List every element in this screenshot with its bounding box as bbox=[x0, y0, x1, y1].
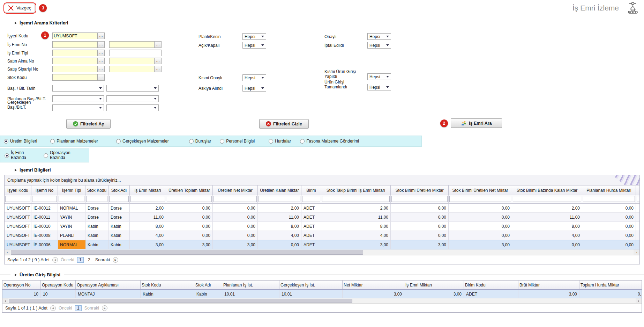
column-filter-input[interactable] bbox=[59, 196, 84, 202]
column-header[interactable]: Birim bbox=[301, 186, 321, 195]
orders-hscrollbar[interactable]: ‹ › bbox=[5, 249, 639, 255]
prev-page-icon[interactable]: ◄ bbox=[50, 305, 56, 311]
tab-gerceklesen-malzemeler[interactable]: Gerçekleşen Malzemeler bbox=[116, 139, 169, 144]
production-hscrollbar[interactable]: ‹ › bbox=[2, 298, 642, 304]
tab-planlanan-malzemeler[interactable]: Planlanan Malzemeler bbox=[50, 139, 98, 144]
scrollbar-thumb[interactable] bbox=[11, 250, 363, 255]
stok-kodu-lookup-button[interactable]: … bbox=[98, 74, 105, 81]
gerceklesen-bas-datepicker[interactable] bbox=[52, 104, 104, 111]
column-header[interactable]: Stok Takip Birimi İş Emri Miktarı bbox=[321, 186, 391, 195]
column-header[interactable]: Birim Kodu bbox=[464, 281, 518, 289]
next-page-icon[interactable]: ► bbox=[102, 305, 107, 311]
urun-girisi-tamamlandi-select[interactable]: Hepsi bbox=[367, 84, 391, 90]
is-emri-no-to-lookup-button[interactable]: … bbox=[155, 41, 162, 48]
isyeri-kodu-lookup-button[interactable]: … bbox=[98, 32, 105, 39]
table-row[interactable]: UYUMSOFTİE-00008PLANLIKabinKabin4,000,00… bbox=[5, 231, 639, 240]
satis-siparisi-no-to-lookup-button[interactable]: … bbox=[155, 66, 162, 72]
column-filter-input[interactable] bbox=[322, 196, 390, 202]
tab-operasyon-bazinda[interactable]: Operasyon Bazında bbox=[44, 151, 78, 160]
satin-alma-no-from-lookup-button[interactable]: … bbox=[98, 58, 105, 64]
column-filter-input[interactable] bbox=[391, 196, 448, 202]
column-filter-input[interactable] bbox=[167, 196, 212, 202]
column-header[interactable]: Üretilen Net Miktar bbox=[213, 186, 258, 195]
column-header[interactable]: Stok Adı bbox=[108, 186, 130, 195]
planlanan-bas-datepicker[interactable] bbox=[52, 95, 104, 102]
column-filter-input[interactable] bbox=[86, 196, 107, 202]
table-row[interactable]: 1010MONTAJKabinKabin10.0110.013,003,00AD… bbox=[2, 290, 642, 298]
cancel-button[interactable]: Vazgeç bbox=[5, 3, 35, 13]
open-filters-button[interactable]: Filtreleri Aç bbox=[66, 119, 111, 129]
scroll-right-icon[interactable]: › bbox=[634, 249, 639, 255]
column-filter-input[interactable] bbox=[130, 196, 165, 202]
onayli-select[interactable]: Hepsi bbox=[367, 33, 391, 40]
is-emri-no-from-input[interactable] bbox=[52, 41, 98, 48]
column-header[interactable]: Stok Birimi Bazında Kalan Miktar bbox=[512, 186, 582, 195]
satis-siparisi-no-from-lookup-button[interactable]: … bbox=[98, 66, 105, 72]
bas-tarih-datepicker[interactable] bbox=[52, 85, 104, 92]
tab-personel-bilgisi[interactable]: Personel Bilgisi bbox=[220, 139, 255, 144]
group-by-panel[interactable]: Gruplama yapmak için kolon başlığını bu … bbox=[5, 175, 639, 186]
column-header[interactable]: Operasyon Kodu bbox=[41, 281, 76, 289]
column-filter-input[interactable] bbox=[32, 196, 57, 202]
column-header[interactable]: Üretilen Kalan Miktar bbox=[258, 186, 301, 195]
satis-siparisi-no-to-input[interactable] bbox=[109, 66, 155, 72]
column-header[interactable]: Net Miktar bbox=[343, 281, 404, 289]
tab-hurdalar[interactable]: Hurdalar bbox=[269, 139, 291, 144]
page-number[interactable]: 1 bbox=[75, 305, 82, 311]
planlanan-bit-datepicker[interactable] bbox=[106, 95, 159, 102]
is-emri-no-to-input[interactable] bbox=[109, 41, 155, 48]
next-page-label[interactable]: Sonraki bbox=[95, 257, 110, 262]
column-header[interactable]: Toplam Hurda Miktar bbox=[579, 281, 642, 289]
tab-duruslar[interactable]: Duruşlar bbox=[189, 139, 211, 144]
column-header[interactable]: İşemri Tipi bbox=[58, 186, 85, 195]
column-filter-input[interactable] bbox=[583, 196, 635, 202]
stok-kodu-input[interactable] bbox=[52, 74, 98, 81]
iptal-edildi-select[interactable]: Hepsi bbox=[367, 42, 391, 49]
is-emri-tipi-lookup-button[interactable]: … bbox=[98, 50, 105, 56]
search-orders-button[interactable]: İş Emri Ara bbox=[451, 118, 502, 128]
column-header[interactable]: İşemri No bbox=[31, 186, 58, 195]
page-number[interactable]: 1 bbox=[77, 257, 84, 263]
tab-uretim-bilgileri[interactable]: Üretim Bilgileri bbox=[4, 139, 37, 144]
isyeri-kodu-input[interactable] bbox=[52, 32, 98, 39]
column-header[interactable]: Planlanan İş İst. bbox=[222, 281, 279, 289]
is-emri-tipi-input[interactable] bbox=[52, 50, 98, 56]
tab-fasona-malzeme-gonderimi[interactable]: Fasona Malzeme Gönderimi bbox=[300, 139, 359, 144]
table-row[interactable]: UYUMSOFTİE-00012NORMALDorseDorse2,000,00… bbox=[5, 204, 639, 213]
satin-alma-no-from-input[interactable] bbox=[52, 58, 98, 64]
column-filter-input[interactable] bbox=[109, 196, 129, 202]
column-filter-input[interactable] bbox=[513, 196, 581, 202]
column-header[interactable]: Stok Adı bbox=[194, 281, 222, 289]
column-header[interactable]: Stok Kodu bbox=[85, 186, 108, 195]
collapse-arrow-icon[interactable] bbox=[15, 274, 17, 276]
satin-alma-no-to-lookup-button[interactable]: … bbox=[155, 58, 162, 64]
column-header[interactable]: İş Emri Miktarı bbox=[130, 186, 166, 195]
column-header[interactable]: Planlanan Hurda Miktarı bbox=[582, 186, 636, 195]
table-row[interactable]: UYUMSOFTİE-00010YAYINKabinKabin8,000,000… bbox=[5, 222, 639, 231]
kismi-urun-girisi-select[interactable]: Hepsi bbox=[367, 73, 391, 80]
column-header[interactable]: Brüt Miktar bbox=[518, 281, 579, 289]
next-page-label[interactable]: Sonraki bbox=[84, 306, 99, 311]
column-header[interactable]: Operasyon Açıklaması bbox=[76, 281, 141, 289]
scroll-left-icon[interactable]: ‹ bbox=[5, 249, 10, 255]
satis-siparisi-no-from-input[interactable] bbox=[52, 66, 98, 72]
planli-kesin-select[interactable]: Hepsi bbox=[242, 33, 266, 40]
table-row[interactable]: UYUMSOFTİE-00011YAYINDorseDorse11,000,00… bbox=[5, 213, 639, 222]
bit-tarih-datepicker[interactable] bbox=[106, 85, 159, 92]
column-filter-input[interactable] bbox=[302, 196, 320, 202]
column-header[interactable]: Stok Birimi Üretilen Net Miktar bbox=[449, 186, 512, 195]
is-emri-tipi-desc-input[interactable] bbox=[109, 50, 162, 56]
column-header[interactable]: İş Emri Miktarı bbox=[404, 281, 464, 289]
column-header[interactable]: Stok Birimi Üretilen Miktar bbox=[391, 186, 449, 195]
column-header[interactable]: Operasyon No bbox=[2, 281, 41, 289]
column-header[interactable]: Gerçekleşen İş İst. bbox=[279, 281, 343, 289]
acik-kapali-select[interactable]: Hepsi bbox=[242, 42, 266, 49]
column-filter-input[interactable] bbox=[214, 196, 257, 202]
prev-page-label[interactable]: Önceki bbox=[59, 306, 72, 311]
column-filter-input[interactable] bbox=[5, 196, 30, 202]
scroll-right-icon[interactable]: › bbox=[636, 298, 642, 303]
collapse-arrow-icon[interactable] bbox=[15, 169, 17, 172]
scroll-left-icon[interactable]: ‹ bbox=[2, 298, 8, 303]
next-page-icon[interactable]: ► bbox=[113, 257, 118, 263]
tab-is-emri-bazinda[interactable]: İş Emri Bazında bbox=[5, 151, 39, 160]
